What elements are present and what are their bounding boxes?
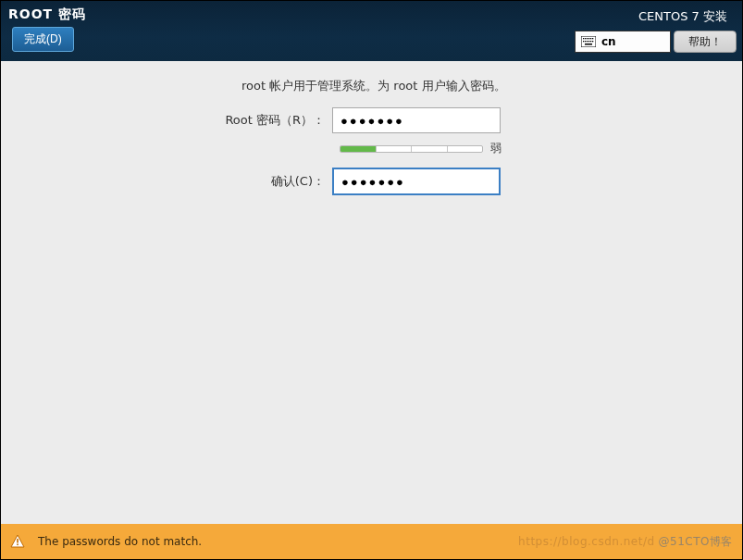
warning-icon [10, 534, 25, 549]
instruction-text: root 帐户用于管理系统。为 root 用户输入密码。 [241, 78, 742, 94]
svg-rect-3 [587, 38, 588, 39]
svg-rect-6 [592, 38, 593, 39]
done-button[interactable]: 完成(D) [12, 27, 74, 52]
svg-rect-16 [17, 544, 19, 546]
warning-message: The passwords do not match. [38, 535, 202, 548]
confirm-password-input[interactable] [332, 168, 501, 195]
keyboard-layout-indicator[interactable]: cn [575, 31, 671, 53]
strength-seg-4 [448, 146, 483, 152]
svg-rect-2 [585, 38, 586, 39]
help-button[interactable]: 帮助！ [674, 31, 737, 53]
form-body: root 帐户用于管理系统。为 root 用户输入密码。 Root 密码（R）：… [1, 61, 742, 524]
keyboard-icon [581, 36, 596, 47]
watermark: https://blog.csdn.net/d @51CTO博客 [518, 534, 733, 550]
svg-rect-7 [583, 41, 584, 42]
password-strength-text: 弱 [490, 141, 502, 156]
svg-rect-8 [585, 41, 586, 42]
svg-rect-15 [17, 539, 19, 543]
svg-rect-10 [588, 41, 589, 42]
root-password-label: Root 密码（R）： [1, 112, 332, 129]
svg-rect-9 [587, 41, 588, 42]
strength-seg-3 [412, 146, 448, 152]
watermark-url: https://blog.csdn.net/d [518, 535, 654, 548]
strength-seg-2 [377, 146, 413, 152]
password-strength-bar [340, 145, 483, 153]
svg-rect-12 [592, 41, 593, 42]
svg-rect-4 [588, 38, 589, 39]
svg-rect-5 [590, 38, 591, 39]
keyboard-layout-code: cn [601, 35, 616, 48]
installer-name: CENTOS 7 安装 [638, 6, 737, 25]
svg-rect-13 [585, 44, 592, 45]
root-password-input[interactable] [332, 107, 501, 133]
svg-rect-11 [590, 41, 591, 42]
confirm-password-label: 确认(C)： [1, 173, 332, 190]
page-title: ROOT 密码 [6, 6, 86, 23]
watermark-credit: @51CTO博客 [659, 534, 733, 550]
strength-seg-1 [341, 146, 377, 152]
svg-rect-1 [583, 38, 584, 39]
warning-bar: The passwords do not match. https://blog… [1, 524, 742, 559]
installer-header: ROOT 密码 完成(D) CENTOS 7 安装 cn [1, 1, 742, 61]
